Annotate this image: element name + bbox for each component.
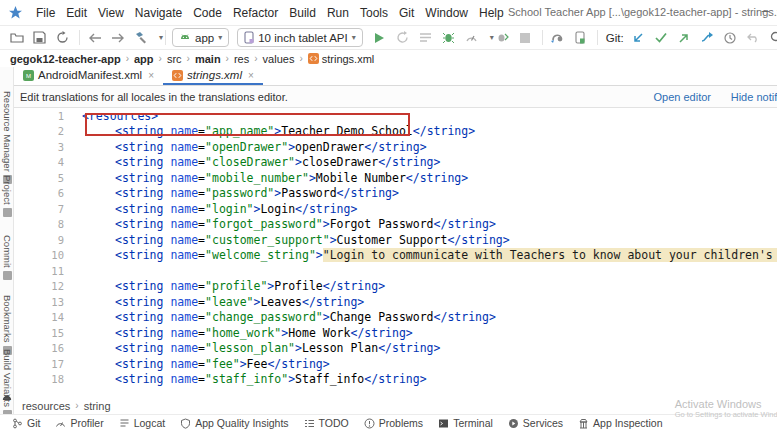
inspection-icon [578,418,589,429]
code-line[interactable]: 14<string name="change_password">Change … [14,310,777,326]
statusbar-item-git[interactable]: Git [12,417,40,429]
line-number: 10 [14,249,64,261]
xml-path-resources[interactable]: resources [22,400,70,412]
breadcrumb-item-main[interactable]: main [195,53,221,65]
menu-window[interactable]: Window [425,6,468,20]
tool-window-button-build-variants[interactable]: Build Variants [0,349,14,419]
line-number: 2 [14,125,64,137]
code-editor[interactable]: 1<resources>2<string name="app_name">Tea… [14,108,777,391]
code-line[interactable]: 11 [14,263,777,279]
code-line[interactable]: 5<string name="mobile_number">Mobile Num… [14,170,777,186]
tool-window-button-project[interactable]: Project [0,175,14,217]
breadcrumb-item-res[interactable]: res [234,53,249,65]
run-button-icon[interactable] [371,29,388,46]
code-line[interactable]: 9<string name="customer_support">Custome… [14,232,777,248]
code-line[interactable]: 10<string name="welcome_string">"Login t… [14,248,777,264]
build-dropdown-caret-icon[interactable]: ▾ [159,33,163,42]
rollback-icon[interactable] [745,29,762,46]
breadcrumb-item-gegok12-teacher-app[interactable]: gegok12-teacher-app [10,53,121,65]
apply-code-changes-icon[interactable] [417,29,434,46]
tool-window-button-resource-manager[interactable]: Resource Manager [0,91,14,184]
profiler-icon[interactable] [463,29,480,46]
menu-edit[interactable]: Edit [66,6,87,20]
hide-notification-link[interactable]: Hide notification [731,91,777,103]
code-line[interactable]: 13<string name="leave">Leaves</string> [14,294,777,310]
gradle-sync-icon[interactable] [549,29,566,46]
statusbar-item-logcat[interactable]: Logcat [119,417,166,429]
git-branch-icon [12,418,23,429]
statusbar-item-todo[interactable]: TODO [304,417,349,429]
menu-git[interactable]: Git [399,6,414,20]
minimize-button[interactable]: – [762,3,769,18]
sync-icon[interactable] [54,29,71,46]
menu-tools[interactable]: Tools [360,6,388,20]
statusbar-item-label: Problems [379,417,423,429]
back-icon[interactable] [86,29,103,46]
xml-file-icon [308,53,319,64]
git-update-icon[interactable] [630,29,647,46]
stop-icon[interactable] [517,29,534,46]
code-line[interactable]: 17<string name="fee">Fee</string> [14,356,777,372]
code-line[interactable]: 16<string name="lesson_plan">Lesson Plan… [14,341,777,357]
tab-AndroidManifest.xml[interactable]: MAndroidManifest.xml× [14,67,163,85]
editor-tabs: MAndroidManifest.xml×strings.xml× [14,67,777,86]
search-everywhere-icon[interactable] [768,29,777,46]
device-selector[interactable]: 10 inch tablet API ▾ [237,28,363,47]
code-line[interactable]: 1<resources> [14,108,777,124]
tool-window-button-bookmarks[interactable]: Bookmarks [0,295,14,355]
menu-file[interactable]: File [36,6,55,20]
git-commit-icon[interactable] [653,29,670,46]
menu-navigate[interactable]: Navigate [135,6,182,20]
statusbar-item-services[interactable]: Services [508,417,563,429]
code-line[interactable]: 7<string name="login">Login</string> [14,201,777,217]
history-clock-icon[interactable] [722,29,739,46]
code-line[interactable]: 18<string name="staff_info">Staff_info</… [14,372,777,388]
statusbar-item-terminal[interactable]: Terminal [438,417,493,429]
code-line[interactable]: 8<string name="forgot_password">Forgot P… [14,217,777,233]
attach-debugger-icon[interactable] [494,29,511,46]
statusbar-item-app-inspection[interactable]: App Inspection [578,417,662,429]
code-line[interactable]: 3<string name="openDrawer">openDrawer</s… [14,139,777,155]
xml-path-string[interactable]: string [84,400,111,412]
breadcrumb-item-values[interactable]: values [263,53,295,65]
menu-help[interactable]: Help [479,6,504,20]
statusbar-item-problems[interactable]: Problems [364,417,423,429]
menu-view[interactable]: View [98,6,124,20]
code-line[interactable]: 15<string name="home_work">Home Work</st… [14,325,777,341]
tool-window-icon [3,271,12,280]
code-line[interactable]: 12<string name="profile">Profile</string… [14,279,777,295]
line-content: <string name="customer_support">Customer… [64,233,510,247]
apply-changes-icon[interactable] [394,29,411,46]
tool-window-label: Resource Manager [2,91,13,172]
git-branch-arrow-icon[interactable] [699,29,716,46]
menu-refactor[interactable]: Refactor [233,6,278,20]
statusbar-item-profiler[interactable]: Profiler [55,417,103,429]
tab-strings.xml[interactable]: strings.xml× [163,67,263,85]
open-folder-icon[interactable] [8,29,25,46]
tool-window-button-commit[interactable]: Commit [0,235,14,280]
menu-code[interactable]: Code [193,6,222,20]
problems-icon [364,418,375,429]
forward-icon[interactable] [109,29,126,46]
code-line[interactable]: 2<string name="app_name">Teacher Demo Sc… [14,124,777,140]
build-hammer-icon[interactable] [132,29,149,46]
code-line[interactable]: 4<string name="closeDrawer">closeDrawer<… [14,155,777,171]
debug-bug-icon[interactable] [440,29,457,46]
tab-label: strings.xml [187,69,242,81]
tab-close-icon[interactable]: × [248,70,254,81]
run-config-selector[interactable]: app ▾ [172,28,229,47]
breadcrumb-item-strings.xml[interactable]: strings.xml [308,53,375,65]
code-line[interactable]: 6<string name="password">Password</strin… [14,186,777,202]
save-all-icon[interactable] [31,29,48,46]
breadcrumb-item-src[interactable]: src [167,53,182,65]
translations-notification-banner: Edit translations for all locales in the… [14,86,777,108]
menu-build[interactable]: Build [289,6,316,20]
device-manager-icon[interactable] [572,29,589,46]
statusbar-item-app-quality-insights[interactable]: App Quality Insights [180,417,288,429]
open-editor-link[interactable]: Open editor [654,91,711,103]
breadcrumb-item-app[interactable]: app [134,53,154,65]
git-push-icon[interactable] [676,29,693,46]
line-content: <string name="staff_info">Staff_info</st… [64,372,427,386]
tab-close-icon[interactable]: × [148,70,154,81]
menu-run[interactable]: Run [327,6,349,20]
